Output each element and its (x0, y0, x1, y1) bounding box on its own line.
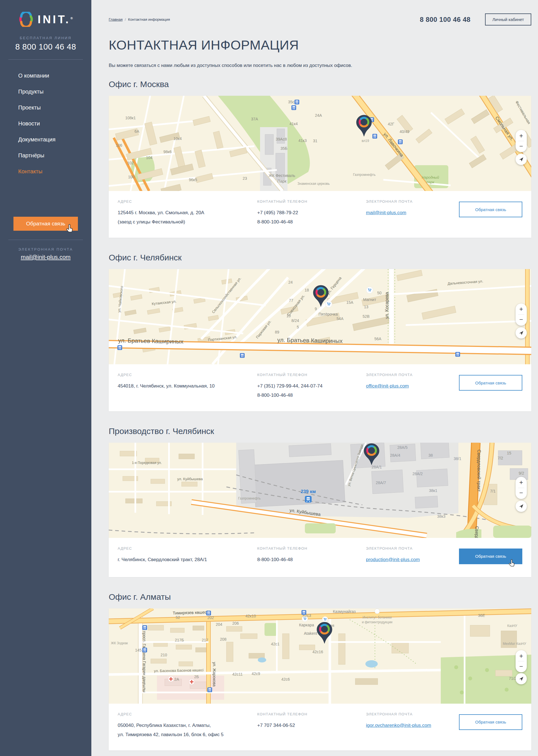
office-feedback-button[interactable]: Обратная связь (459, 714, 522, 730)
sidebar-item-projects[interactable]: Проекты (18, 105, 91, 111)
email-label: ЭЛЕКТРОННАЯ ПОЧТА (366, 546, 459, 550)
phone-label: КОНТАКТНЫЙ ТЕЛЕФОН (257, 546, 366, 550)
sidebar-email-link[interactable]: mail@init-plus.com (0, 254, 91, 260)
map-canvas[interactable]: Свердловский тракт ул. Куйбышева ул. Куй… (109, 443, 531, 538)
sidebar-phone: 8 800 100 46 48 (0, 42, 91, 52)
svg-text:106: 106 (116, 143, 123, 148)
email-column: ЭЛЕКТРОННАЯ ПОЧТА mail@init-plus.com (366, 199, 459, 226)
office-card: Свердловский тракт ул. Куйбышева ул. Куй… (109, 443, 531, 577)
svg-text:208: 208 (220, 637, 227, 641)
svg-text:89: 89 (275, 330, 279, 334)
phone-label: КОНТАКТНЫЙ ТЕЛЕФОН (257, 712, 366, 716)
svg-text:парк: парк (426, 180, 435, 184)
svg-text:42с1: 42с1 (271, 642, 280, 646)
svg-text:239 км: 239 км (301, 489, 316, 494)
map-chelyabinsk-office[interactable]: ул. Братьев Кашириных ул. Братьев Кашири… (109, 269, 531, 364)
page-subtitle: Вы можете связаться с нами любым из дост… (109, 63, 531, 68)
sidebar-item-about[interactable]: О компании (18, 72, 91, 79)
svg-text:28А/5: 28А/5 (397, 445, 408, 450)
map-production[interactable]: Свердловский тракт ул. Куйбышева ул. Куй… (109, 443, 531, 538)
sidebar-item-docs[interactable]: Документация (18, 136, 91, 143)
sidebar-item-products[interactable]: Продукты (18, 88, 91, 95)
svg-text:Институт ботаники: Институт ботаники (363, 615, 392, 619)
zoom-in-button[interactable]: + (515, 478, 527, 488)
svg-text:38к3: 38к3 (437, 514, 446, 519)
office-email-link[interactable]: office@init-plus.com (366, 383, 409, 389)
svg-text:Свердл: Свердл (474, 526, 479, 538)
map-canvas[interactable]: Тимирязев көшесі просп. Гагарина Гагарин… (109, 608, 531, 704)
sidebar-feedback-label: Обратная связь (26, 221, 65, 226)
map-almaty[interactable]: Тимирязев көшесі просп. Гагарина Гагарин… (109, 608, 531, 704)
svg-text:Пятёрочка: Пятёрочка (319, 312, 338, 316)
svg-text:ул. Братьев Кашириных: ул. Братьев Кашириных (277, 337, 343, 344)
phone-column: КОНТАКТНЫЙ ТЕЛЕФОН +7 (351) 729-99-44, 2… (257, 373, 366, 400)
zoom-in-button[interactable]: + (515, 131, 527, 141)
hand-cursor-icon (508, 559, 515, 568)
svg-text:41к3: 41к3 (298, 138, 307, 143)
address-line: ул. Тимирязева 42, павильон 16, блок 6, … (118, 730, 257, 739)
hospital-icon (189, 679, 194, 684)
registered-mark: ® (71, 16, 73, 20)
shop-icon (322, 616, 328, 622)
account-button[interactable]: Личный кабинет (485, 14, 531, 25)
zoom-out-button[interactable]: − (515, 488, 527, 498)
map-moscow[interactable]: Смольная ул. ул. Лавочкина Фестивальная … (109, 96, 531, 191)
svg-text:145: 145 (135, 648, 142, 652)
office-section-moscow: Офис г. Москва (109, 79, 531, 238)
sidebar-feedback-button[interactable]: Обратная связь (14, 217, 78, 231)
svg-text:77: 77 (289, 298, 294, 303)
phone-line: +7 (495) 788-79-22 (257, 208, 366, 217)
railway-station-icon (305, 496, 312, 502)
office-email-link[interactable]: igor.ovcharenko@init-plus.com (366, 723, 431, 728)
zoom-out-button[interactable]: − (515, 315, 527, 325)
office-heading: Офис г. Москва (109, 79, 531, 89)
svg-text:202: 202 (207, 615, 214, 620)
geolocate-icon (518, 676, 524, 682)
page-title: КОНТАКТНАЯ ИНФОРМАЦИЯ (109, 37, 531, 53)
svg-text:52В: 52В (363, 314, 370, 319)
svg-text:Газпромнефть: Газпромнефть (353, 173, 376, 177)
map-canvas[interactable]: Смольная ул. ул. Лавочкина Фестивальная … (109, 96, 531, 191)
email-column: ЭЛЕКТРОННАЯ ПОЧТА igor.ovcharenko@init-p… (366, 712, 459, 739)
address-column: АДРЕС г. Челябинск, Свердловский тракт, … (118, 546, 257, 566)
geolocate-icon (518, 157, 524, 162)
office-feedback-button-hover[interactable]: Обратная связь (459, 548, 522, 564)
map-zoom-controls: + − (515, 477, 527, 499)
address-label: АДРЕС (118, 373, 257, 377)
zoom-in-button[interactable]: + (515, 305, 527, 314)
sidebar: INIT.® БЕСПЛАТНАЯ ЛИНИЯ 8 800 100 46 48 … (0, 0, 91, 756)
svg-text:вл19: вл19 (362, 139, 369, 143)
geolocate-button[interactable] (515, 327, 527, 339)
office-card: Смольная ул. ул. Лавочкина Фестивальная … (109, 96, 531, 238)
address-label: АДРЕС (118, 199, 257, 204)
svg-text:10: 10 (286, 313, 291, 318)
phone-column: КОНТАКТНЫЙ ТЕЛЕФОН 8-800-100-46-48 (257, 546, 366, 566)
sidebar-item-partners[interactable]: Партнёры (18, 152, 91, 159)
svg-text:ЖК Фестиваль: ЖК Фестиваль (268, 173, 295, 178)
office-email-link[interactable]: mail@init-plus.com (366, 210, 406, 215)
shop-icon (325, 301, 332, 307)
sidebar-item-contacts[interactable]: Контакты (18, 168, 91, 175)
main-content: Главная/Контактная информация 8 800 100 … (91, 0, 538, 756)
logo[interactable]: INIT.® (0, 12, 91, 27)
svg-text:38/1: 38/1 (454, 456, 461, 461)
sidebar-email-label: ЭЛЕКТРОННАЯ ПОЧТА (0, 247, 91, 252)
svg-text:6А: 6А (134, 129, 139, 134)
office-feedback-button[interactable]: Обратная связь (459, 202, 522, 217)
zoom-out-button[interactable]: − (515, 661, 527, 672)
svg-text:24: 24 (288, 280, 293, 284)
office-email-link[interactable]: production@init-plus.com (366, 557, 420, 562)
zoom-in-button[interactable]: + (515, 651, 527, 661)
map-canvas[interactable]: ул. Братьев Кашириных ул. Братьев Кашири… (109, 269, 531, 364)
breadcrumb-home-link[interactable]: Главная (109, 17, 123, 22)
zoom-out-button[interactable]: − (515, 141, 527, 151)
svg-text:ул. Куйбышева: ул. Куйбышева (177, 477, 203, 481)
svg-text:Казмунайгаз: Казмунайгаз (333, 609, 355, 614)
office-card: ул. Братьев Кашириных ул. Братьев Кашири… (109, 269, 531, 411)
sidebar-item-news[interactable]: Новости (18, 120, 91, 127)
geolocate-button[interactable] (515, 673, 527, 684)
svg-text:42с11: 42с11 (232, 672, 242, 677)
geolocate-button[interactable] (515, 501, 527, 512)
breadcrumb: Главная/Контактная информация (109, 17, 170, 22)
office-feedback-button[interactable]: Обратная связь (459, 375, 522, 391)
